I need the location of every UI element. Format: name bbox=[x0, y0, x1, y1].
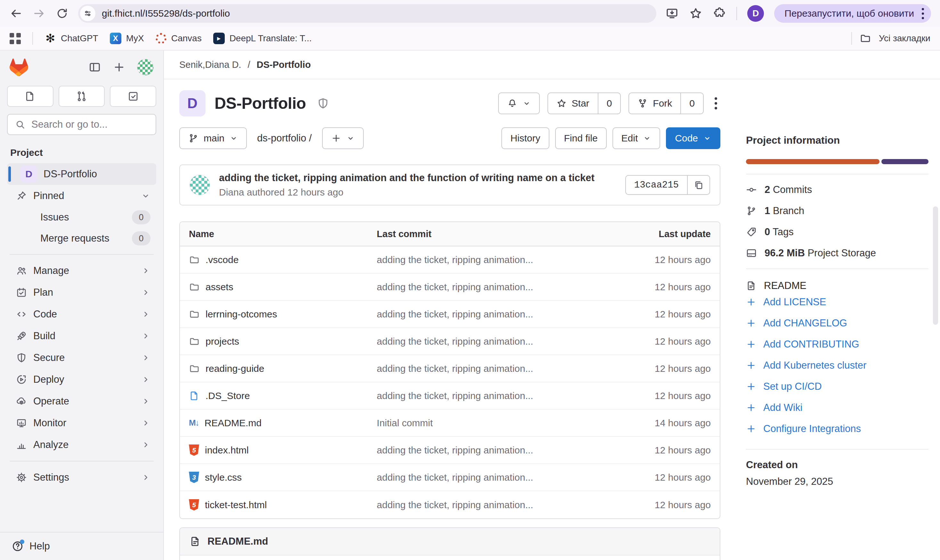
breadcrumb-parent[interactable]: Senik,Diana D. bbox=[179, 60, 241, 70]
file-link[interactable]: M↓ README.md bbox=[189, 418, 377, 428]
edit-button[interactable]: Edit bbox=[612, 128, 661, 149]
branch-icon bbox=[746, 205, 757, 216]
row-commit[interactable]: adding the ticket, ripping animation... bbox=[377, 445, 637, 456]
branch-selector[interactable]: main bbox=[179, 128, 247, 149]
row-commit[interactable]: adding the ticket, ripping animation... bbox=[377, 363, 637, 374]
commit-message[interactable]: adding the ticket, ripping animation and… bbox=[219, 172, 595, 184]
file-link[interactable]: 3 style.css bbox=[189, 472, 377, 483]
stat-branches[interactable]: 1 Branch bbox=[746, 205, 928, 217]
sidebar-item-code[interactable]: Code bbox=[7, 303, 156, 325]
row-commit[interactable]: adding the ticket, ripping animation... bbox=[377, 254, 637, 265]
row-commit[interactable]: adding the ticket, ripping animation... bbox=[377, 309, 637, 320]
bookmark-myx[interactable]: X MyX bbox=[110, 32, 144, 44]
sidebar-item-settings[interactable]: Settings bbox=[7, 466, 156, 488]
row-commit[interactable]: adding the ticket, ripping animation... bbox=[377, 391, 637, 401]
file-link[interactable]: projects bbox=[189, 336, 377, 347]
issues-icon bbox=[24, 91, 36, 102]
bookmark-chatgpt[interactable]: ✻ ChatGPT bbox=[45, 32, 98, 44]
user-avatar[interactable] bbox=[137, 59, 154, 75]
sidebar-item-monitor[interactable]: Monitor bbox=[7, 412, 156, 434]
reload-icon[interactable] bbox=[55, 6, 69, 20]
sidebar-item-analyze[interactable]: Analyze bbox=[7, 434, 156, 456]
commit-author-avatar[interactable] bbox=[190, 175, 210, 195]
forward-icon[interactable] bbox=[32, 6, 46, 20]
add-wiki-link[interactable]: Add Wiki bbox=[746, 397, 928, 418]
commit-sha[interactable]: 13caa215 bbox=[626, 176, 687, 194]
file-icon bbox=[189, 391, 200, 401]
site-settings-icon[interactable] bbox=[80, 6, 96, 21]
readme-card-header[interactable]: README.md bbox=[180, 528, 720, 555]
restart-to-update-button[interactable]: Перезапустити, щоб оновити bbox=[774, 4, 931, 23]
add-file-button[interactable] bbox=[322, 128, 364, 149]
add-contributing-link[interactable]: Add CONTRIBUTING bbox=[746, 334, 928, 355]
file-link[interactable]: 5 ticket-test.html bbox=[189, 499, 377, 511]
browser-profile-avatar[interactable]: D bbox=[747, 5, 764, 22]
sidebar-item-operate[interactable]: Operate bbox=[7, 391, 156, 412]
row-commit[interactable]: adding the ticket, ripping animation... bbox=[377, 282, 637, 292]
back-icon[interactable] bbox=[9, 6, 23, 20]
more-actions-icon[interactable] bbox=[711, 97, 720, 109]
sidebar-help[interactable]: Help bbox=[0, 532, 163, 560]
bookmark-canvas[interactable]: Canvas bbox=[156, 33, 202, 44]
fork-label: Fork bbox=[653, 98, 672, 109]
sidebar-item-build[interactable]: Build bbox=[7, 325, 156, 347]
find-file-button[interactable]: Find file bbox=[555, 128, 607, 149]
set-up-cicd-link[interactable]: Set up CI/CD bbox=[746, 376, 928, 397]
file-link[interactable]: 5 index.html bbox=[189, 445, 377, 456]
search-input[interactable]: Search or go to... bbox=[7, 114, 156, 135]
merge-requests-shortcut-button[interactable] bbox=[59, 86, 105, 107]
file-link[interactable]: reading-guide bbox=[189, 363, 377, 374]
add-license-link[interactable]: Add LICENSE bbox=[746, 292, 928, 312]
sidebar-item-manage[interactable]: Manage bbox=[7, 260, 156, 282]
install-app-icon[interactable] bbox=[665, 7, 679, 20]
stat-storage[interactable]: 96.2 MiB Project Storage bbox=[746, 248, 928, 259]
apps-grid-icon[interactable] bbox=[9, 33, 21, 44]
issues-shortcut-button[interactable] bbox=[7, 86, 54, 107]
myx-logo-icon: X bbox=[110, 32, 121, 44]
copy-sha-button[interactable] bbox=[687, 176, 709, 194]
all-bookmarks-button[interactable]: Усі закладки bbox=[851, 32, 931, 45]
sidebar-item-pinned[interactable]: Pinned bbox=[7, 185, 156, 207]
todo-list-shortcut-button[interactable] bbox=[110, 86, 156, 107]
bookmark-deepl[interactable]: ▸ DeepL Translate: T... bbox=[213, 32, 312, 44]
file-link[interactable]: .DS_Store bbox=[189, 391, 377, 401]
sidebar-toggle-icon[interactable] bbox=[88, 61, 101, 74]
sidebar-item-merge-requests[interactable]: Merge requests 0 bbox=[7, 228, 156, 249]
readme-link[interactable]: README bbox=[746, 280, 928, 292]
row-commit[interactable]: adding the ticket, ripping animation... bbox=[377, 336, 637, 347]
notifications-button[interactable] bbox=[498, 92, 540, 114]
row-updated: 12 hours ago bbox=[637, 445, 711, 456]
language-bar[interactable] bbox=[746, 159, 928, 164]
configure-integrations-link[interactable]: Configure Integrations bbox=[746, 418, 928, 439]
sidebar-item-plan[interactable]: Plan bbox=[7, 282, 156, 303]
browser-menu-icon[interactable] bbox=[922, 8, 924, 19]
create-new-icon[interactable] bbox=[113, 61, 125, 74]
page-scrollbar[interactable] bbox=[933, 206, 938, 325]
stat-commits[interactable]: 2 Commits bbox=[746, 184, 928, 195]
sidebar-item-project[interactable]: D DS-Portfolio bbox=[7, 163, 156, 185]
history-button[interactable]: History bbox=[501, 128, 549, 149]
file-link[interactable]: .vscode bbox=[189, 254, 377, 265]
extensions-icon[interactable] bbox=[713, 7, 726, 20]
breadcrumb-current[interactable]: DS-Portfolio bbox=[257, 60, 311, 70]
bookmark-star-icon[interactable] bbox=[689, 7, 703, 20]
sidebar-item-secure[interactable]: Secure bbox=[7, 347, 156, 369]
add-kubernetes-cluster-link[interactable]: Add Kubernetes cluster bbox=[746, 355, 928, 376]
code-button[interactable]: Code bbox=[666, 128, 720, 149]
address-bar[interactable]: git.fhict.nl/I555298/ds-portfolio bbox=[78, 4, 656, 23]
fork-icon bbox=[638, 98, 648, 108]
file-link[interactable]: lerrning-otcomes bbox=[189, 309, 377, 320]
sidebar-item-issues[interactable]: Issues 0 bbox=[7, 207, 156, 228]
sidebar-item-deploy[interactable]: Deploy bbox=[7, 369, 156, 391]
file-link[interactable]: assets bbox=[189, 282, 377, 292]
row-commit[interactable]: Initial commit bbox=[377, 418, 637, 428]
row-commit[interactable]: adding the ticket, ripping animation... bbox=[377, 500, 637, 511]
star-action[interactable]: Star bbox=[548, 93, 598, 114]
add-changelog-link[interactable]: Add CHANGELOG bbox=[746, 312, 928, 334]
star-count[interactable]: 0 bbox=[598, 93, 621, 114]
row-commit[interactable]: adding the ticket, ripping animation... bbox=[377, 472, 637, 483]
gitlab-logo-icon[interactable] bbox=[9, 58, 28, 76]
fork-action[interactable]: Fork bbox=[629, 93, 680, 114]
fork-count[interactable]: 0 bbox=[680, 93, 703, 114]
stat-tags[interactable]: 0 Tags bbox=[746, 226, 928, 238]
